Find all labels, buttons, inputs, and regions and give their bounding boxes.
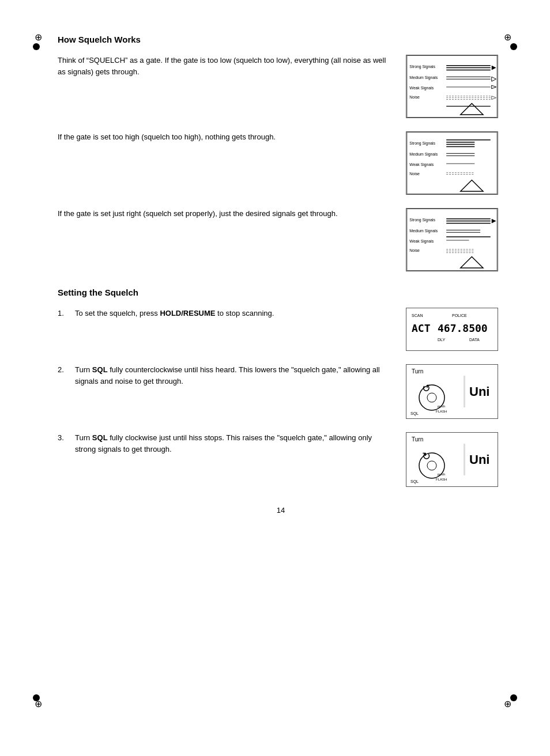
svg-text:POLICE: POLICE — [452, 313, 467, 317]
svg-text:Turn: Turn — [412, 368, 423, 375]
step3-diagram: Turn ↻ SQL push FLASH Uni — [406, 432, 504, 489]
svg-text:Uni: Uni — [469, 384, 489, 399]
svg-text:Medium Signals: Medium Signals — [409, 75, 438, 80]
svg-text:Noise: Noise — [409, 172, 420, 176]
svg-text:Strong Signals: Strong Signals — [409, 218, 435, 222]
bullet-tr — [510, 43, 517, 50]
svg-text:↺: ↺ — [422, 383, 431, 394]
squelch-row-3: If the gate is set just right (squelch s… — [58, 208, 504, 273]
svg-text:ACT: ACT — [412, 322, 431, 334]
svg-text:Turn: Turn — [412, 436, 423, 443]
svg-text:SCAN: SCAN — [412, 313, 423, 317]
page-number: 14 — [58, 506, 504, 515]
page: How Squelch Works Think of “SQUELCH” as … — [0, 0, 550, 756]
step-2: 2. Turn SQL fully counterclockwise until… — [58, 364, 394, 387]
squelch-para3: If the gate is set just right (squelch s… — [58, 208, 394, 220]
svg-text:push: push — [438, 405, 445, 408]
svg-text:Strong Signals: Strong Signals — [409, 65, 435, 69]
svg-text:SQL: SQL — [410, 411, 419, 416]
signal-diagram-1: Strong Signals Medium Signals Weak Signa… — [406, 55, 498, 118]
squelch-para2: If the gate is set too high (squelch too… — [58, 131, 394, 143]
svg-point-72 — [427, 461, 436, 470]
svg-text:FLASH: FLASH — [436, 478, 447, 481]
svg-text:Weak Signals: Weak Signals — [409, 86, 434, 90]
squelch-diagram-3: Strong Signals Medium Signals Weak Signa… — [406, 208, 504, 273]
svg-text:467.8500: 467.8500 — [438, 322, 488, 334]
svg-text:Medium Signals: Medium Signals — [409, 229, 438, 233]
svg-text:FLASH: FLASH — [436, 410, 447, 413]
svg-text:Weak Signals: Weak Signals — [409, 162, 434, 167]
svg-text:DATA: DATA — [469, 338, 480, 342]
svg-point-62 — [427, 393, 436, 402]
step1-row: 1. To set the squelch, press HOLD/RESUME… — [58, 308, 504, 353]
reg-mark-tl — [35, 32, 46, 43]
svg-text:Noise: Noise — [409, 95, 420, 99]
signal-diagram-3: Strong Signals Medium Signals Weak Signa… — [406, 208, 498, 271]
step1-text: 1. To set the squelch, press HOLD/RESUME… — [58, 308, 394, 328]
bullet-tl — [33, 43, 40, 50]
scanner-display: SCAN POLICE ACT 467.8500 DLY DATA — [406, 308, 498, 351]
squelch-diagram-2: Strong Signals Medium Signals Weak Signa… — [406, 131, 504, 196]
svg-text:↻: ↻ — [422, 451, 431, 462]
step2-row: 2. Turn SQL fully counterclockwise until… — [58, 364, 504, 421]
step2-diagram: Turn ↺ SQL push FLASH Uni — [406, 364, 504, 421]
setting-squelch-title: Setting the Squelch — [58, 288, 504, 297]
svg-text:push: push — [438, 472, 445, 476]
svg-rect-68 — [464, 376, 465, 407]
setting-squelch-section: Setting the Squelch 1. To set the squelc… — [58, 288, 504, 489]
bullet-bl — [33, 694, 40, 701]
squelch-diagram-1: Strong Signals Medium Signals Weak Signa… — [406, 55, 504, 120]
svg-text:Uni: Uni — [469, 452, 489, 467]
knob-diagram-3: Turn ↻ SQL push FLASH Uni — [406, 432, 498, 487]
signal-diagram-2: Strong Signals Medium Signals Weak Signa… — [406, 131, 498, 195]
squelch-para1: Think of “SQUELCH” as a gate. If the gat… — [58, 55, 394, 77]
step3-row: 3. Turn SQL fully clockwise just until h… — [58, 432, 504, 489]
reg-mark-tr — [504, 32, 515, 43]
svg-text:Weak Signals: Weak Signals — [409, 239, 434, 244]
step2-text: 2. Turn SQL fully counterclockwise until… — [58, 364, 394, 396]
step-1: 1. To set the squelch, press HOLD/RESUME… — [58, 308, 394, 319]
svg-text:Noise: Noise — [409, 248, 420, 252]
svg-rect-78 — [464, 444, 465, 475]
how-squelch-section: How Squelch Works Think of “SQUELCH” as … — [58, 35, 504, 273]
bullet-br — [510, 694, 517, 701]
squelch-row-1: Think of “SQUELCH” as a gate. If the gat… — [58, 55, 504, 120]
step1-diagram: SCAN POLICE ACT 467.8500 DLY DATA — [406, 308, 504, 353]
squelch-row-2: If the gate is set too high (squelch too… — [58, 131, 504, 196]
knob-diagram-2: Turn ↺ SQL push FLASH Uni — [406, 364, 498, 419]
svg-text:DLY: DLY — [438, 338, 445, 342]
step-3: 3. Turn SQL fully clockwise just until h… — [58, 432, 394, 455]
svg-text:Medium Signals: Medium Signals — [409, 152, 438, 157]
svg-text:Strong Signals: Strong Signals — [409, 141, 435, 146]
how-squelch-title: How Squelch Works — [58, 35, 504, 44]
svg-text:SQL: SQL — [410, 479, 419, 484]
step3-text: 3. Turn SQL fully clockwise just until h… — [58, 432, 394, 464]
